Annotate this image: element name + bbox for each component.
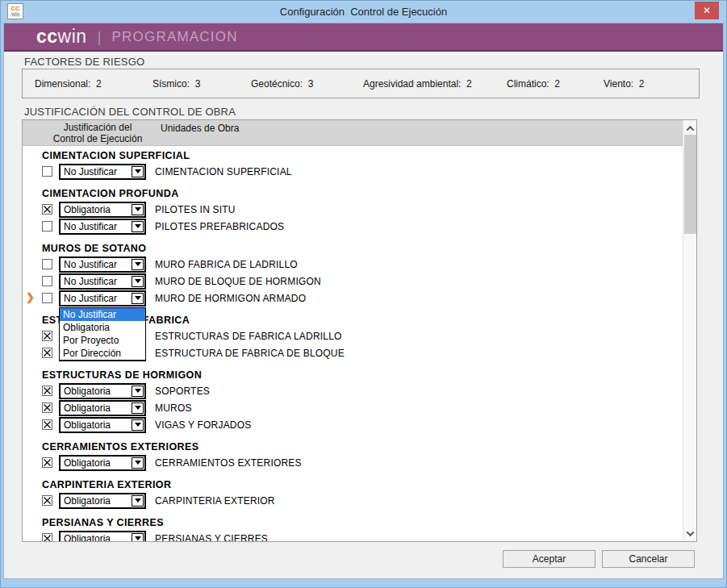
- check-x-icon: [43, 348, 52, 357]
- justify-checkbox[interactable]: [42, 348, 52, 358]
- brand-bold: cc: [36, 26, 58, 47]
- unit-label: MURO DE BLOQUE DE HORMIGON: [155, 276, 321, 287]
- scrollbar-down-icon[interactable]: [683, 527, 696, 540]
- group-header: ESTRUCTURAS DE HORMIGON: [23, 368, 683, 382]
- combo-dropdown-arrow-icon[interactable]: [132, 166, 144, 177]
- combo-value: No Justificar: [61, 259, 132, 270]
- dropdown-option[interactable]: Por Dirección: [60, 347, 145, 360]
- accept-button[interactable]: Aceptar: [503, 550, 595, 568]
- justification-combobox[interactable]: Obligatoria: [59, 531, 146, 542]
- close-icon: ✕: [703, 5, 711, 16]
- cancel-button[interactable]: Cancelar: [602, 550, 695, 568]
- combo-dropdown-arrow-icon[interactable]: [132, 533, 144, 542]
- unit-label: MUROS: [155, 402, 192, 414]
- risk-factors-box: Dimensional: 2Sísmico: 3Geotécnico: 3Agr…: [22, 69, 700, 98]
- justify-checkbox[interactable]: [42, 221, 52, 231]
- combo-dropdown-arrow-icon[interactable]: [132, 495, 144, 507]
- unit-label: ESTRUCTURAS DE FABRICA LADRILLO: [155, 331, 342, 342]
- justification-combobox[interactable]: No Justificar: [59, 164, 146, 180]
- unit-label: VIGAS Y FORJADOS: [155, 419, 251, 431]
- justification-combobox[interactable]: No Justificar: [59, 219, 146, 235]
- app-logo-cc: CC: [10, 6, 20, 12]
- justify-checkbox[interactable]: [42, 259, 52, 269]
- justification-combobox[interactable]: Obligatoria: [59, 202, 146, 218]
- brand-light: win: [58, 26, 87, 47]
- app-logo-win: WIN: [10, 12, 20, 17]
- justify-checkbox[interactable]: [42, 276, 52, 286]
- risk-factor: Geotécnico: 3: [251, 69, 313, 98]
- combo-dropdown-arrow-icon[interactable]: [132, 204, 144, 215]
- justify-checkbox[interactable]: [42, 386, 52, 396]
- dropdown-option[interactable]: Obligatoria: [60, 321, 145, 334]
- justification-combobox[interactable]: No Justificar: [59, 256, 146, 273]
- justification-combobox[interactable]: Obligatoria: [59, 383, 146, 399]
- combo-value: Obligatoria: [61, 402, 132, 414]
- combo-value: No Justificar: [61, 276, 132, 287]
- justify-checkbox[interactable]: [42, 293, 52, 303]
- column-header-justification: Justificación del Control de Ejecución: [45, 123, 150, 144]
- list-header: Justificación del Control de Ejecución U…: [23, 120, 683, 146]
- justify-checkbox[interactable]: [42, 166, 52, 177]
- unit-row: ObligatoriaSOPORTES: [23, 382, 683, 399]
- combo-dropdown-arrow-icon[interactable]: [132, 221, 144, 232]
- unit-label: PERSIANAS Y CIERRES: [155, 533, 268, 542]
- combo-dropdown-arrow-icon[interactable]: [132, 457, 144, 469]
- unit-group: PERSIANAS Y CIERRESObligatoriaPERSIANAS …: [23, 515, 683, 541]
- close-button[interactable]: ✕: [695, 2, 719, 19]
- unit-group: CIMENTACION PROFUNDAObligatoriaPILOTES I…: [23, 186, 683, 235]
- combo-dropdown-arrow-icon[interactable]: [132, 259, 144, 270]
- justification-listbox: Justificación del Control de Ejecución U…: [22, 119, 697, 542]
- justify-checkbox[interactable]: [42, 204, 52, 215]
- justify-checkbox[interactable]: [42, 402, 52, 413]
- scrollbar-up-icon[interactable]: [683, 122, 696, 135]
- combo-value: No Justificar: [61, 166, 132, 177]
- unit-label: CARPINTERIA EXTERIOR: [155, 495, 275, 507]
- dropdown-option[interactable]: No Justificar: [60, 308, 145, 321]
- justification-combobox[interactable]: Obligatoria: [59, 400, 146, 416]
- combo-dropdown-arrow-icon[interactable]: [132, 419, 144, 431]
- justification-title: JUSTIFICACIÓN DEL CONTROL DE OBRA: [24, 106, 236, 118]
- combo-dropdown-arrow-icon[interactable]: [132, 293, 144, 304]
- justification-combobox[interactable]: Obligatoria: [59, 455, 146, 471]
- justify-checkbox[interactable]: [42, 419, 52, 430]
- unit-label: MURO FABRICA DE LADRILLO: [155, 259, 298, 270]
- combo-dropdown-arrow-icon[interactable]: [132, 402, 144, 414]
- unit-row: No JustificarPILOTES PREFABRICADOS: [23, 218, 683, 235]
- check-x-icon: [43, 534, 52, 541]
- unit-row: No JustificarCIMENTACION SUPERFICIAL: [23, 163, 683, 180]
- combo-value: Obligatoria: [61, 457, 132, 469]
- justify-checkbox[interactable]: [42, 533, 52, 541]
- scrollbar-thumb[interactable]: [684, 135, 696, 234]
- risk-factor: Viento: 2: [604, 69, 644, 98]
- combo-value: Obligatoria: [61, 533, 132, 542]
- check-x-icon: [43, 332, 52, 340]
- check-x-icon: [43, 205, 52, 214]
- vertical-scrollbar[interactable]: [683, 120, 696, 541]
- group-header: CARPINTERIA EXTERIOR: [23, 477, 683, 492]
- check-x-icon: [43, 496, 52, 505]
- justification-combobox[interactable]: Obligatoria: [59, 417, 146, 433]
- unit-row: ❯No JustificarMURO DE HORMIGON ARMADO: [23, 290, 683, 307]
- column-header-units: Unidades de Obra: [161, 123, 239, 134]
- justify-checkbox[interactable]: [42, 331, 52, 341]
- app-logo-icon: CC WIN: [7, 3, 23, 19]
- justify-checkbox[interactable]: [42, 457, 52, 468]
- unit-label: ESTRUCTURA DE FABRICA DE BLOQUE: [155, 348, 345, 359]
- unit-group: CIMENTACION SUPERFICIALNo JustificarCIME…: [23, 148, 683, 180]
- unit-row: ObligatoriaMUROS: [23, 399, 683, 416]
- unit-row: ObligatoriaPILOTES IN SITU: [23, 201, 683, 218]
- justification-combobox[interactable]: No Justificar: [59, 290, 146, 307]
- combo-dropdown-arrow-icon[interactable]: [132, 386, 144, 397]
- check-x-icon: [43, 386, 52, 395]
- group-header: MUROS DE SOTANO: [23, 241, 683, 256]
- combo-dropdown-arrow-icon[interactable]: [132, 276, 144, 287]
- combo-value: Obligatoria: [61, 495, 132, 507]
- justify-checkbox[interactable]: [42, 495, 52, 506]
- justification-combobox[interactable]: No Justificar: [59, 273, 146, 290]
- check-x-icon: [43, 420, 52, 429]
- justification-combobox[interactable]: Obligatoria: [59, 493, 146, 509]
- unit-row: No JustificarMURO FABRICA DE LADRILLO: [23, 256, 683, 273]
- unit-row: ObligatoriaPERSIANAS Y CIERRES: [23, 530, 683, 541]
- dropdown-option[interactable]: Por Proyecto: [60, 334, 145, 347]
- check-x-icon: [43, 403, 52, 412]
